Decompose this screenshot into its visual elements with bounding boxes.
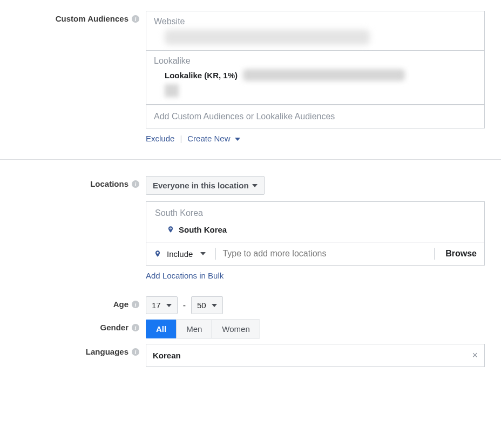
custom-audiences-card: Website Lookalike Lookalike (KR, 1%) A <box>146 11 485 128</box>
caret-down-icon <box>200 252 206 255</box>
info-icon[interactable]: i <box>132 324 139 331</box>
language-chip: Korean × <box>146 344 485 367</box>
include-dropdown[interactable]: Include <box>167 249 210 259</box>
gender-women-button[interactable]: Women <box>212 320 260 338</box>
info-icon[interactable]: i <box>132 15 139 23</box>
divider <box>0 159 501 160</box>
caret-down-icon <box>166 304 172 307</box>
lookalike-audience-section: Lookalike Lookalike (KR, 1%) <box>146 51 484 105</box>
age-range-dash: - <box>183 301 186 310</box>
lookalike-heading: Lookalike <box>154 56 477 66</box>
separator <box>215 248 216 260</box>
locations-label: Locations <box>90 179 128 188</box>
gender-all-button[interactable]: All <box>146 320 177 338</box>
location-item[interactable]: South Korea <box>146 220 484 242</box>
languages-label: Languages <box>86 347 128 356</box>
caret-down-icon <box>212 304 217 307</box>
caret-down-icon <box>235 138 240 141</box>
locations-card: South Korea South Korea Include <box>146 201 485 266</box>
gender-label: Gender <box>100 323 128 332</box>
separator <box>434 248 435 260</box>
custom-audiences-label: Custom Audiences <box>56 14 128 23</box>
language-name: Korean <box>153 351 181 360</box>
info-icon[interactable]: i <box>132 301 139 308</box>
pin-icon <box>154 249 161 259</box>
svg-point-1 <box>157 252 159 254</box>
add-audience-input[interactable]: Add Custom Audiences or Lookalike Audien… <box>146 105 484 128</box>
location-group-label: South Korea <box>146 202 484 220</box>
location-input[interactable] <box>221 248 429 259</box>
caret-down-icon <box>252 184 258 187</box>
gender-segmented-control: All Men Women <box>146 320 260 338</box>
add-locations-bulk-link[interactable]: Add Locations in Bulk <box>146 271 224 280</box>
exclude-link[interactable]: Exclude <box>146 134 174 143</box>
location-scope-dropdown[interactable]: Everyone in this location <box>146 176 265 195</box>
remove-language-icon[interactable]: × <box>472 350 478 361</box>
info-icon[interactable]: i <box>132 180 139 188</box>
website-audience-section: Website <box>146 11 484 51</box>
redacted-lookalike-extra <box>165 84 179 97</box>
separator: | <box>180 134 182 143</box>
create-new-link[interactable]: Create New <box>187 134 240 143</box>
age-max-dropdown[interactable]: 50 <box>191 296 223 314</box>
redacted-lookalike-detail <box>243 69 405 81</box>
website-heading: Website <box>154 17 477 26</box>
pin-icon <box>167 225 174 234</box>
age-label: Age <box>113 300 128 309</box>
gender-men-button[interactable]: Men <box>176 320 212 338</box>
redacted-website-audience <box>165 30 370 45</box>
info-icon[interactable]: i <box>132 348 139 356</box>
lookalike-name: Lookalike (KR, 1%) <box>165 71 238 80</box>
age-min-dropdown[interactable]: 17 <box>146 296 178 314</box>
browse-button[interactable]: Browse <box>440 249 477 259</box>
